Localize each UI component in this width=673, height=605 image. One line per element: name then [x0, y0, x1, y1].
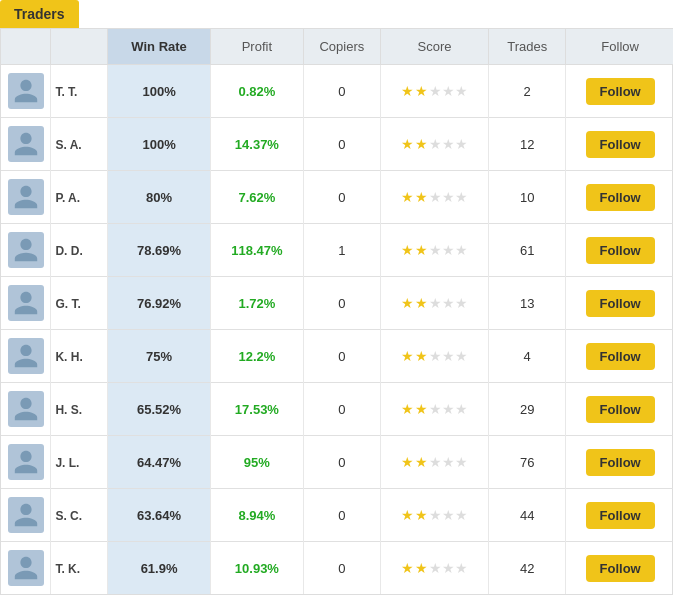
trader-name: D. D.: [51, 224, 108, 277]
follow-button[interactable]: Follow: [586, 290, 655, 317]
winrate-cell: 78.69%: [108, 224, 211, 277]
traders-table-container: Win Rate Profit Copiers Score Trades Fol…: [0, 28, 673, 595]
winrate-cell: 100%: [108, 65, 211, 118]
table-header-row: Win Rate Profit Copiers Score Trades Fol…: [1, 29, 673, 65]
stars-empty: ★★★: [429, 189, 468, 205]
trades-cell: 29: [489, 383, 566, 436]
score-cell: ★★★★★: [380, 224, 488, 277]
trades-cell: 2: [489, 65, 566, 118]
trades-cell: 42: [489, 542, 566, 595]
copiers-cell: 1: [303, 224, 380, 277]
table-row: P. A. 80% 7.62% 0 ★★★★★ 10 Follow: [1, 171, 673, 224]
person-icon: [12, 236, 40, 264]
trader-name: P. A.: [51, 171, 108, 224]
person-icon: [12, 501, 40, 529]
avatar: [8, 338, 44, 374]
table-row: S. C. 63.64% 8.94% 0 ★★★★★ 44 Follow: [1, 489, 673, 542]
avatar-cell: [1, 542, 51, 595]
stars-filled: ★★: [401, 136, 429, 152]
header-profit: Profit: [211, 29, 304, 65]
table-row: J. L. 64.47% 95% 0 ★★★★★ 76 Follow: [1, 436, 673, 489]
copiers-cell: 0: [303, 542, 380, 595]
winrate-cell: 61.9%: [108, 542, 211, 595]
score-cell: ★★★★★: [380, 542, 488, 595]
follow-cell: Follow: [566, 65, 673, 118]
trader-name: S. C.: [51, 489, 108, 542]
avatar: [8, 444, 44, 480]
follow-cell: Follow: [566, 383, 673, 436]
table-row: G. T. 76.92% 1.72% 0 ★★★★★ 13 Follow: [1, 277, 673, 330]
copiers-cell: 0: [303, 118, 380, 171]
score-cell: ★★★★★: [380, 330, 488, 383]
avatar: [8, 126, 44, 162]
stars-filled: ★★: [401, 560, 429, 576]
header-name: [51, 29, 108, 65]
copiers-cell: 0: [303, 171, 380, 224]
trader-name: T. T.: [51, 65, 108, 118]
trader-name: G. T.: [51, 277, 108, 330]
profit-cell: 14.37%: [211, 118, 304, 171]
table-row: D. D. 78.69% 118.47% 1 ★★★★★ 61 Follow: [1, 224, 673, 277]
stars-filled: ★★: [401, 83, 429, 99]
profit-cell: 1.72%: [211, 277, 304, 330]
profit-cell: 17.53%: [211, 383, 304, 436]
avatar: [8, 232, 44, 268]
trader-name: S. A.: [51, 118, 108, 171]
follow-cell: Follow: [566, 224, 673, 277]
follow-button[interactable]: Follow: [586, 184, 655, 211]
score-cell: ★★★★★: [380, 436, 488, 489]
avatar: [8, 285, 44, 321]
follow-button[interactable]: Follow: [586, 131, 655, 158]
table-row: T. K. 61.9% 10.93% 0 ★★★★★ 42 Follow: [1, 542, 673, 595]
follow-button[interactable]: Follow: [586, 237, 655, 264]
trades-cell: 4: [489, 330, 566, 383]
stars-empty: ★★★: [429, 295, 468, 311]
person-icon: [12, 77, 40, 105]
profit-cell: 8.94%: [211, 489, 304, 542]
avatar: [8, 550, 44, 586]
header-copiers: Copiers: [303, 29, 380, 65]
person-icon: [12, 183, 40, 211]
trades-cell: 13: [489, 277, 566, 330]
follow-cell: Follow: [566, 436, 673, 489]
profit-cell: 12.2%: [211, 330, 304, 383]
profit-cell: 10.93%: [211, 542, 304, 595]
table-row: S. A. 100% 14.37% 0 ★★★★★ 12 Follow: [1, 118, 673, 171]
avatar-cell: [1, 118, 51, 171]
follow-button[interactable]: Follow: [586, 555, 655, 582]
winrate-cell: 80%: [108, 171, 211, 224]
follow-button[interactable]: Follow: [586, 449, 655, 476]
follow-cell: Follow: [566, 330, 673, 383]
profit-cell: 95%: [211, 436, 304, 489]
copiers-cell: 0: [303, 330, 380, 383]
follow-button[interactable]: Follow: [586, 502, 655, 529]
stars-empty: ★★★: [429, 507, 468, 523]
score-cell: ★★★★★: [380, 489, 488, 542]
follow-button[interactable]: Follow: [586, 396, 655, 423]
avatar: [8, 73, 44, 109]
trader-name: J. L.: [51, 436, 108, 489]
profit-cell: 118.47%: [211, 224, 304, 277]
avatar: [8, 391, 44, 427]
trader-name: T. K.: [51, 542, 108, 595]
stars-empty: ★★★: [429, 454, 468, 470]
stars-empty: ★★★: [429, 136, 468, 152]
avatar-cell: [1, 277, 51, 330]
follow-cell: Follow: [566, 489, 673, 542]
stars-filled: ★★: [401, 507, 429, 523]
stars-empty: ★★★: [429, 83, 468, 99]
traders-title-bar: Traders: [0, 0, 673, 28]
winrate-cell: 65.52%: [108, 383, 211, 436]
stars-empty: ★★★: [429, 348, 468, 364]
avatar-cell: [1, 171, 51, 224]
follow-button[interactable]: Follow: [586, 343, 655, 370]
avatar: [8, 497, 44, 533]
trader-name: K. H.: [51, 330, 108, 383]
traders-table: Win Rate Profit Copiers Score Trades Fol…: [1, 29, 673, 594]
stars-empty: ★★★: [429, 242, 468, 258]
avatar-cell: [1, 330, 51, 383]
follow-button[interactable]: Follow: [586, 78, 655, 105]
trades-cell: 61: [489, 224, 566, 277]
copiers-cell: 0: [303, 489, 380, 542]
follow-cell: Follow: [566, 118, 673, 171]
